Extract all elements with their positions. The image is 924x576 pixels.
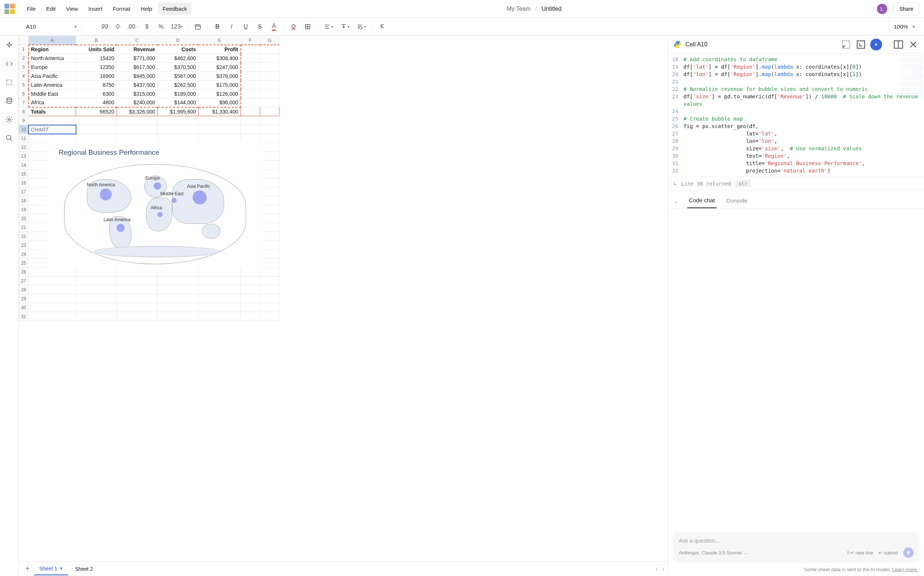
share-button[interactable]: Share (893, 3, 919, 15)
cell[interactable]: $370,500 (158, 63, 198, 72)
row-header[interactable]: 19 (19, 205, 29, 214)
model-selector[interactable]: Anthropic: Claude 3.5 Sonnet⌄ (679, 550, 747, 555)
wrap-button[interactable]: ▾ (353, 20, 369, 34)
menu-feedback[interactable]: Feedback (158, 3, 192, 15)
row-header[interactable]: 29 (19, 294, 29, 303)
cell[interactable]: $315,000 (117, 90, 158, 98)
cell[interactable]: 66520 (76, 107, 117, 116)
menu-format[interactable]: Format (108, 3, 135, 15)
sheet-tab-2[interactable]: Sheet 2 (70, 563, 98, 575)
row-header[interactable]: 2 (19, 54, 29, 63)
cell[interactable]: 4800 (76, 98, 117, 107)
clear-format-button[interactable] (375, 20, 388, 34)
row-header[interactable]: 15 (19, 170, 29, 179)
cell[interactable]: $126,000 (198, 90, 241, 98)
row-header[interactable]: 26 (19, 267, 29, 277)
cell[interactable]: $378,000 (198, 72, 241, 80)
ai-sparkle-icon[interactable] (3, 39, 15, 51)
tab-console[interactable]: Console (725, 194, 749, 208)
cell[interactable]: Latin America (29, 80, 76, 90)
breadcrumb-title[interactable]: Untitled (541, 6, 561, 12)
column-header[interactable]: B (76, 36, 117, 45)
cell[interactable]: 15420 (76, 54, 117, 63)
breadcrumb-team[interactable]: My Team (507, 6, 531, 12)
code-icon[interactable] (3, 58, 15, 70)
menu-view[interactable]: View (62, 3, 82, 15)
cell[interactable]: $437,500 (117, 80, 158, 90)
bold-button[interactable]: B (211, 20, 224, 34)
cell[interactable]: $462,600 (158, 54, 198, 63)
cell[interactable]: $247,000 (198, 63, 241, 72)
chat-input[interactable]: Ask a question... Anthropic: Claude 3.5 … (673, 532, 919, 563)
sheet-tab-1[interactable]: Sheet 1▼ (34, 563, 68, 575)
cell[interactable]: 12350 (76, 63, 117, 72)
cell[interactable]: $240,000 (117, 98, 158, 107)
column-header[interactable]: G (260, 36, 280, 45)
italic-button[interactable]: I (225, 20, 238, 34)
cell[interactable]: $617,500 (117, 63, 158, 72)
borders-button[interactable] (301, 20, 314, 34)
row-header[interactable]: 21 (19, 223, 29, 232)
row-header[interactable]: 1 (19, 45, 29, 54)
column-header[interactable]: D (158, 36, 198, 45)
cell-reference-box[interactable]: A10 ▼ (22, 18, 82, 35)
add-sheet-button[interactable]: + (22, 564, 33, 574)
cell[interactable]: $3,326,000 (117, 107, 158, 116)
embedded-chart[interactable]: Regional Business Performance North Amer… (48, 142, 263, 268)
row-header[interactable]: 20 (19, 214, 29, 223)
fill-color-button[interactable] (287, 20, 300, 34)
menu-help[interactable]: Help (136, 3, 157, 15)
cell[interactable]: $144,000 (158, 98, 198, 107)
menu-file[interactable]: File (22, 3, 40, 15)
cell[interactable]: $308,400 (198, 54, 241, 63)
cell[interactable]: $262,500 (158, 80, 198, 90)
date-button[interactable] (191, 20, 205, 34)
cell[interactable]: $567,000 (158, 72, 198, 80)
row-header[interactable]: 17 (19, 187, 29, 196)
cell[interactable]: Region (29, 45, 76, 54)
run-button[interactable] (870, 38, 882, 50)
row-header[interactable]: 10 (19, 125, 29, 134)
row-header[interactable]: 4 (19, 72, 29, 80)
cell[interactable]: 18900 (76, 72, 117, 80)
decrease-decimal-button[interactable]: .0← (112, 20, 125, 34)
spill-icon[interactable] (841, 39, 852, 50)
cell[interactable]: 6300 (76, 90, 117, 98)
menu-insert[interactable]: Insert (84, 3, 107, 15)
row-header[interactable]: 5 (19, 80, 29, 90)
number-format-button[interactable]: 99 (98, 20, 111, 34)
cell[interactable]: $1,330,400 (198, 107, 241, 116)
select-all-corner[interactable] (19, 36, 29, 45)
database-icon[interactable] (3, 95, 15, 107)
app-logo[interactable] (5, 4, 15, 14)
user-avatar[interactable]: L (877, 4, 887, 14)
row-header[interactable]: 27 (19, 277, 29, 285)
row-header[interactable]: 22 (19, 232, 29, 241)
sheet-next-button[interactable]: › (662, 566, 664, 572)
select-icon[interactable] (3, 77, 15, 88)
row-header[interactable]: 18 (19, 196, 29, 205)
cell[interactable]: Profit (198, 45, 241, 54)
cell[interactable]: 8750 (76, 80, 117, 90)
column-header[interactable]: A (29, 36, 76, 45)
row-header[interactable]: 24 (19, 250, 29, 259)
row-header[interactable]: 23 (19, 241, 29, 250)
code-minimap[interactable] (900, 55, 922, 99)
search-icon[interactable] (3, 132, 15, 144)
row-header[interactable]: 7 (19, 98, 29, 107)
row-header[interactable]: 16 (19, 179, 29, 187)
selected-cell[interactable]: CHART (29, 125, 76, 134)
cell[interactable]: $1,995,600 (158, 107, 198, 116)
split-view-icon[interactable] (893, 39, 904, 50)
cell[interactable]: Africa (29, 98, 76, 107)
strikethrough-button[interactable]: S (253, 20, 267, 34)
row-header[interactable]: 28 (19, 285, 29, 294)
h-align-button[interactable]: ▾ (321, 20, 336, 34)
row-header[interactable]: 14 (19, 161, 29, 170)
cell[interactable]: $771,000 (117, 54, 158, 63)
row-header[interactable]: 6 (19, 90, 29, 98)
cell[interactable]: Revenue (117, 45, 158, 54)
cell[interactable]: Europe (29, 63, 76, 72)
cell[interactable]: $945,000 (117, 72, 158, 80)
currency-button[interactable]: $ (140, 20, 153, 34)
